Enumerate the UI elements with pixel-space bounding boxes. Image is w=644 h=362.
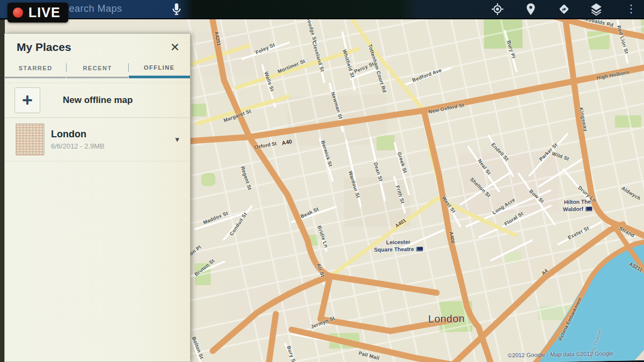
live-dot-icon <box>13 8 23 18</box>
live-label: LIVE <box>28 5 61 20</box>
layers-icon[interactable] <box>589 2 603 16</box>
my-location-icon[interactable] <box>491 2 504 16</box>
my-places-panel: My Places × STARRED RECENT OFFLINE + New… <box>4 33 191 362</box>
directions-icon[interactable] <box>557 2 571 16</box>
panel-title: My Places <box>17 41 71 54</box>
offline-map-meta: 6/6/2012 - 2.9MB <box>51 142 175 150</box>
plus-icon: + <box>22 92 33 108</box>
offline-map-thumbnail <box>16 123 45 156</box>
chevron-down-icon[interactable]: ▾ <box>175 135 179 144</box>
offline-map-row-london[interactable]: London 6/6/2012 - 2.9MB ▾ <box>5 118 190 161</box>
tab-offline[interactable]: OFFLINE <box>129 59 190 78</box>
panel-header: My Places × <box>5 34 190 58</box>
top-bar: Search Maps ⋮ <box>0 0 644 19</box>
close-icon[interactable]: × <box>171 41 179 54</box>
search-input[interactable]: Search Maps <box>62 3 122 14</box>
new-offline-map-button[interactable]: + New offline map <box>5 83 190 118</box>
offline-map-info: London 6/6/2012 - 2.9MB <box>51 129 175 150</box>
microphone-icon[interactable] <box>170 2 184 16</box>
tab-bar: STARRED RECENT OFFLINE <box>5 59 190 78</box>
places-pin-icon[interactable] <box>524 2 538 16</box>
live-badge: LIVE <box>8 3 68 23</box>
plus-box: + <box>14 87 40 113</box>
new-offline-map-label: New offline map <box>63 95 133 106</box>
offline-map-name: London <box>51 129 175 140</box>
tab-starred[interactable]: STARRED <box>5 59 66 78</box>
overflow-menu-icon[interactable]: ⋮ <box>626 1 636 16</box>
tab-recent[interactable]: RECENT <box>67 59 128 78</box>
